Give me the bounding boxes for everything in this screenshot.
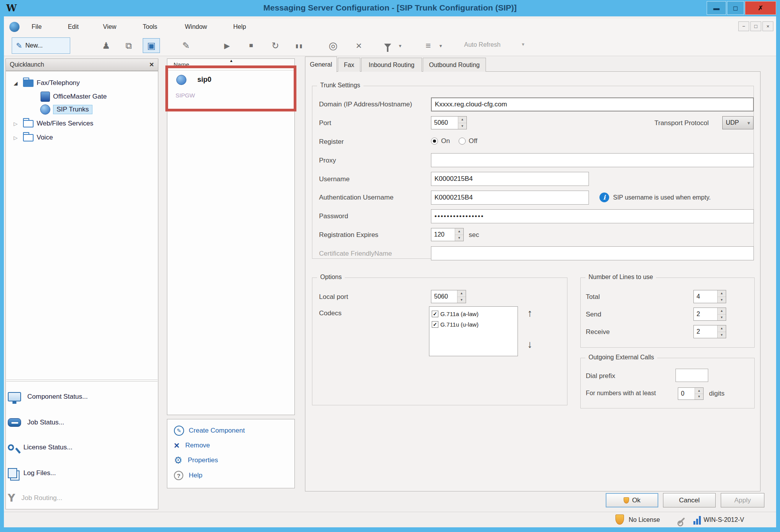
- properties-link[interactable]: ⚙ Properties: [174, 454, 218, 467]
- tab-inbound-routing[interactable]: Inbound Routing: [361, 58, 422, 72]
- spin-buttons[interactable]: ▲▼: [695, 388, 703, 399]
- tree-item-officemaster-gate[interactable]: OfficeMaster Gate: [37, 90, 107, 103]
- add-user-icon[interactable]: ♟: [98, 38, 115, 53]
- new-button[interactable]: ✎ New...: [12, 37, 70, 54]
- list-dropdown-caret[interactable]: ▾: [437, 38, 445, 53]
- collapsed-arrow-icon[interactable]: ▷: [12, 135, 20, 141]
- log-files-button[interactable]: Log Files...: [8, 462, 156, 484]
- move-down-icon[interactable]: ↓: [527, 338, 532, 350]
- spin-up-icon[interactable]: ▲: [458, 117, 466, 123]
- collapsed-arrow-icon[interactable]: ▷: [12, 121, 20, 127]
- local-port-spinner[interactable]: 5060 ▲▼: [431, 290, 466, 303]
- stop-icon[interactable]: ■: [243, 38, 260, 53]
- total-spinner[interactable]: 4 ▲▼: [693, 290, 726, 303]
- sort-ascending-icon[interactable]: ▲: [229, 58, 233, 63]
- spin-up-icon[interactable]: ▲: [718, 308, 726, 315]
- spin-buttons[interactable]: ▲▼: [717, 308, 726, 320]
- codec-item[interactable]: ✓ G.711u (u-law): [432, 319, 515, 330]
- register-off-radio[interactable]: [459, 138, 466, 145]
- filter-dropdown-caret[interactable]: ▾: [396, 38, 404, 53]
- maximize-button[interactable]: ◻: [727, 1, 744, 15]
- remove-link[interactable]: × Remove: [174, 439, 210, 452]
- close-button[interactable]: ✗: [745, 1, 776, 15]
- component-view-icon[interactable]: ▣: [143, 38, 160, 53]
- ok-button[interactable]: Ok: [606, 493, 658, 507]
- register-on-radio[interactable]: [431, 138, 438, 145]
- spin-down-icon[interactable]: ▼: [458, 123, 466, 129]
- min-digits-spinner[interactable]: 0 ▲▼: [678, 387, 704, 400]
- proxy-input[interactable]: [431, 153, 754, 167]
- signature-pen-icon[interactable]: ✎: [177, 38, 195, 53]
- spin-down-icon[interactable]: ▼: [718, 315, 726, 321]
- spin-up-icon[interactable]: ▲: [718, 290, 726, 297]
- spin-up-icon[interactable]: ▲: [457, 290, 466, 297]
- receive-spinner[interactable]: 2 ▲▼: [693, 325, 726, 338]
- spin-buttons[interactable]: ▲▼: [717, 325, 726, 338]
- menu-window[interactable]: Window: [183, 23, 209, 31]
- expanded-arrow-icon[interactable]: ◢: [12, 80, 20, 86]
- license-status-button[interactable]: License Status...: [8, 437, 156, 458]
- spin-buttons[interactable]: ▲▼: [457, 290, 466, 303]
- registration-expires-spinner[interactable]: 120 ▲▼: [431, 228, 464, 241]
- app-menu-icon[interactable]: [9, 22, 20, 32]
- send-spinner[interactable]: 2 ▲▼: [693, 308, 726, 321]
- start-icon[interactable]: ▶: [218, 38, 236, 53]
- auto-refresh-caret[interactable]: ▾: [522, 41, 525, 47]
- pause-icon[interactable]: ▮▮: [291, 38, 308, 53]
- dial-prefix-input[interactable]: [675, 369, 708, 382]
- mdi-minimize-button[interactable]: −: [738, 21, 749, 31]
- move-up-icon[interactable]: ↑: [527, 307, 532, 319]
- mdi-restore-button[interactable]: □: [750, 21, 761, 31]
- spin-up-icon[interactable]: ▲: [695, 388, 703, 394]
- checkbox-checked-icon[interactable]: ✓: [432, 311, 438, 317]
- spin-up-icon[interactable]: ▲: [455, 228, 463, 235]
- menu-view[interactable]: View: [101, 23, 119, 31]
- checkbox-checked-icon[interactable]: ✓: [432, 321, 438, 328]
- username-input[interactable]: [431, 172, 589, 186]
- tree-item-sip-trunks[interactable]: SIP Trunks: [37, 103, 92, 116]
- job-status-button[interactable]: Job Status...: [8, 412, 156, 433]
- spin-down-icon[interactable]: ▼: [457, 297, 466, 303]
- apply-button[interactable]: Apply: [721, 493, 764, 507]
- copy-pages-icon[interactable]: ⧉: [120, 38, 137, 53]
- delete-icon[interactable]: ×: [350, 38, 367, 53]
- spin-down-icon[interactable]: ▼: [455, 235, 463, 241]
- restart-icon[interactable]: ↻: [267, 38, 284, 53]
- job-routing-button[interactable]: Y Job Routing...: [8, 487, 156, 509]
- spin-buttons[interactable]: ▲▼: [458, 117, 466, 129]
- filter-icon[interactable]: [379, 38, 396, 53]
- spin-down-icon[interactable]: ▼: [695, 394, 703, 400]
- cancel-button[interactable]: Cancel: [663, 493, 716, 507]
- menu-file[interactable]: File: [29, 23, 44, 31]
- list-view-icon[interactable]: ≡: [420, 38, 437, 53]
- password-input[interactable]: [431, 209, 754, 223]
- spin-buttons[interactable]: ▲▼: [717, 290, 726, 303]
- auth-username-input[interactable]: [431, 191, 589, 205]
- transport-protocol-select[interactable]: UDP ▾: [722, 116, 753, 129]
- codec-item[interactable]: ✓ G.711a (a-law): [432, 309, 515, 319]
- codecs-listbox[interactable]: ✓ G.711a (a-law) ✓ G.711u (u-law): [429, 306, 518, 356]
- create-component-link[interactable]: ✎ Create Component: [174, 424, 245, 437]
- tree-item-fax-telephony[interactable]: ◢ Fax/Telephony: [12, 76, 80, 90]
- menu-help[interactable]: Help: [231, 23, 248, 31]
- tab-outbound-routing[interactable]: Outbound Routing: [423, 58, 486, 72]
- menu-edit[interactable]: Edit: [66, 23, 81, 31]
- spin-down-icon[interactable]: ▼: [718, 297, 726, 303]
- menu-tools[interactable]: Tools: [140, 23, 160, 31]
- tab-fax[interactable]: Fax: [338, 58, 360, 72]
- tree-item-web-files-services[interactable]: ▷ Web/Files Services: [12, 117, 93, 130]
- tab-general[interactable]: General: [305, 57, 337, 72]
- spin-buttons[interactable]: ▲▼: [455, 228, 463, 241]
- help-link[interactable]: ? Help: [174, 469, 202, 482]
- spin-down-icon[interactable]: ▼: [718, 332, 726, 338]
- auto-refresh-label[interactable]: Auto Refresh: [464, 41, 500, 48]
- port-spinner[interactable]: 5060 ▲▼: [431, 116, 467, 129]
- target-icon[interactable]: ◎: [324, 38, 342, 53]
- tree-item-voice[interactable]: ▷ Voice: [12, 131, 53, 144]
- mdi-close-button[interactable]: ×: [762, 21, 773, 31]
- domain-input[interactable]: [431, 97, 754, 111]
- quicklaunch-close-icon[interactable]: ✕: [149, 61, 154, 68]
- minimize-button[interactable]: ▬: [707, 1, 726, 15]
- certificate-input[interactable]: [431, 246, 754, 260]
- component-status-button[interactable]: Component Status...: [8, 386, 156, 408]
